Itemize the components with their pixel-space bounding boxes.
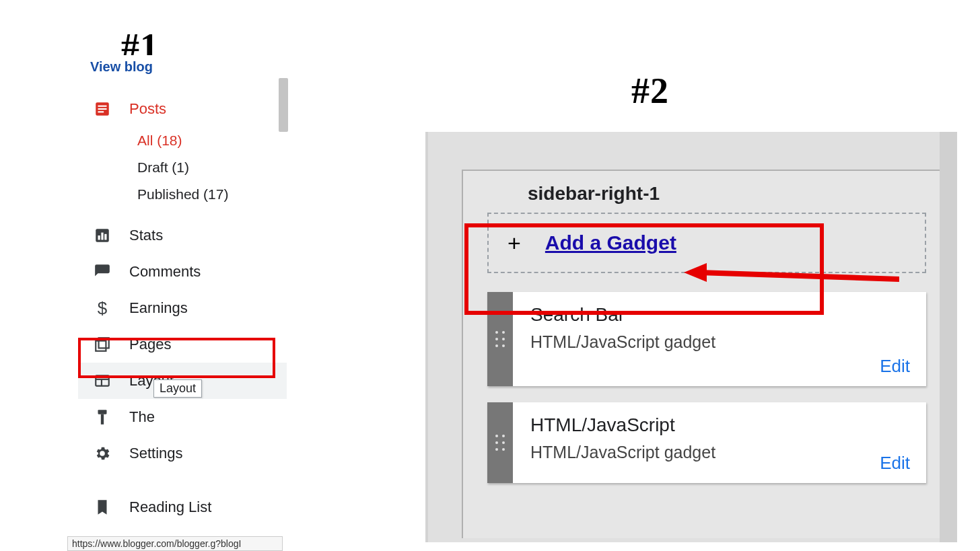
theme-icon — [93, 408, 112, 427]
sub-item-all[interactable]: All (18) — [137, 127, 287, 154]
svg-rect-2 — [98, 108, 107, 110]
sidebar-label-comments: Comments — [129, 263, 201, 281]
svg-rect-8 — [99, 338, 109, 348]
settings-icon — [93, 444, 112, 463]
gadget-title: Search Bar — [530, 304, 909, 326]
sidebar-item-reading-list[interactable]: Reading List — [78, 489, 287, 525]
sidebar-label-posts: Posts — [129, 100, 166, 118]
sidebar-label-earnings: Earnings — [129, 299, 188, 317]
view-blog-link[interactable]: View blog — [78, 55, 287, 75]
step-2-label: #2 — [631, 70, 669, 112]
svg-rect-9 — [96, 341, 106, 351]
sidebar-scrollbar[interactable] — [279, 78, 288, 132]
sidebar-nav: Posts All (18) Draft (1) Published (17) … — [78, 75, 287, 551]
layout-panel-scrollbar[interactable] — [940, 132, 957, 542]
svg-rect-13 — [98, 410, 107, 414]
gadget-edit-link[interactable]: Edit — [880, 356, 910, 377]
sidebar-label-settings: Settings — [129, 445, 183, 462]
sub-item-draft[interactable]: Draft (1) — [137, 154, 287, 181]
stats-icon — [93, 226, 112, 245]
sidebar-label-stats: Stats — [129, 227, 163, 244]
sidebar-item-comments[interactable]: Comments — [78, 254, 287, 290]
sidebar-label-theme: The — [129, 408, 155, 426]
comments-icon — [93, 262, 112, 281]
layout-icon — [93, 371, 112, 390]
layout-editor-panel: sidebar-right-1 + Add a Gadget Search Ba… — [425, 132, 957, 542]
sidebar-item-pages[interactable]: Pages — [78, 326, 287, 363]
sidebar-item-stats[interactable]: Stats — [78, 217, 287, 254]
sidebar-item-posts[interactable]: Posts — [78, 91, 287, 127]
svg-rect-1 — [98, 106, 107, 107]
sidebar-label-reading: Reading List — [129, 499, 211, 516]
svg-rect-7 — [104, 234, 106, 240]
layout-section-sidebar-right: sidebar-right-1 + Add a Gadget Search Ba… — [462, 170, 940, 538]
gadget-card-html-js[interactable]: HTML/JavaScript HTML/JavaScript gadget E… — [487, 402, 926, 483]
gadget-title: HTML/JavaScript — [530, 414, 909, 436]
gadget-subtitle: HTML/JavaScript gadget — [530, 332, 909, 352]
reading-list-icon — [93, 498, 112, 517]
nav-separator — [78, 472, 287, 489]
svg-rect-6 — [101, 233, 103, 240]
sidebar-label-pages: Pages — [129, 336, 171, 353]
gadget-subtitle: HTML/JavaScript gadget — [530, 443, 909, 462]
add-gadget-button[interactable]: + Add a Gadget — [487, 213, 926, 273]
sidebar-item-settings[interactable]: Settings — [78, 435, 287, 472]
posts-icon — [93, 100, 112, 118]
posts-sublist: All (18) Draft (1) Published (17) — [78, 127, 287, 217]
sidebar-item-theme[interactable]: The — [78, 399, 287, 435]
sidebar-item-earnings[interactable]: $ Earnings — [78, 290, 287, 326]
layout-tooltip: Layout — [153, 379, 202, 398]
svg-rect-3 — [98, 111, 104, 112]
svg-rect-5 — [98, 235, 100, 240]
blogger-sidebar: View blog Posts All (18) Draft (1) Publi… — [78, 55, 287, 540]
gadget-drag-handle[interactable] — [487, 402, 513, 483]
earnings-icon: $ — [93, 299, 112, 318]
sub-item-published[interactable]: Published (17) — [137, 181, 287, 208]
gadget-drag-handle[interactable] — [487, 292, 513, 386]
gadget-edit-link[interactable]: Edit — [880, 453, 910, 474]
svg-rect-14 — [101, 414, 104, 425]
add-gadget-label: Add a Gadget — [545, 231, 676, 254]
pages-icon — [93, 335, 112, 354]
layout-section-title: sidebar-right-1 — [528, 183, 926, 205]
gadget-card-search-bar[interactable]: Search Bar HTML/JavaScript gadget Edit — [487, 292, 926, 386]
plus-icon: + — [508, 230, 521, 256]
browser-status-bar: https://www.blogger.com/blogger.g?blogI — [67, 536, 283, 551]
